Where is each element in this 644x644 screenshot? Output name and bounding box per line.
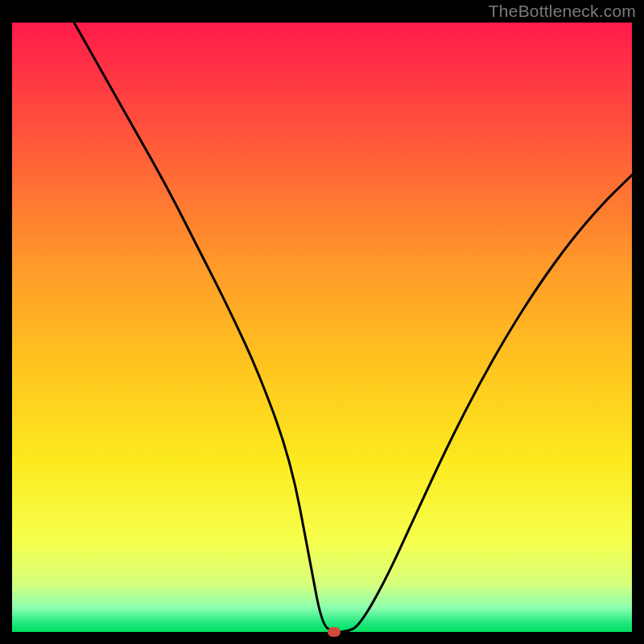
watermark-text: TheBottleneck.com bbox=[489, 2, 636, 21]
plot-area bbox=[12, 23, 632, 632]
bottleneck-curve-path bbox=[74, 23, 632, 632]
min-point-marker bbox=[328, 627, 341, 637]
chart-frame: TheBottleneck.com bbox=[0, 0, 644, 644]
curve-svg bbox=[12, 23, 632, 632]
